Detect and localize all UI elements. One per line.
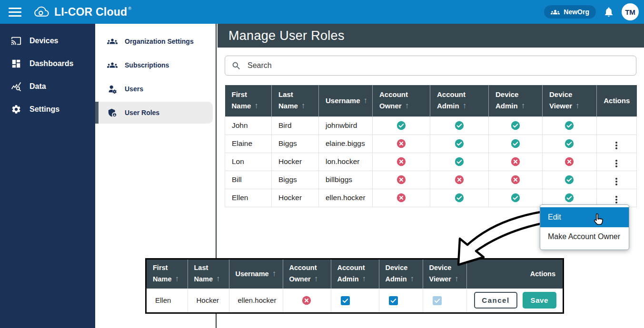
page-header: Manage User Roles [218, 24, 644, 48]
sort-arrow-icon: ↑ [521, 101, 525, 110]
row-menu-kebab-icon[interactable] [613, 194, 620, 205]
column-header-device-viewer[interactable]: Device Viewer↑ [543, 85, 597, 116]
sort-arrow-icon: ↑ [364, 96, 368, 105]
sort-arrow-icon: ↑ [410, 274, 415, 283]
cell-actions [597, 135, 637, 153]
column-header-account-admin[interactable]: Account Admin↑ [430, 85, 489, 116]
settings-nav-item-subscriptions[interactable]: Subscriptions [95, 54, 216, 76]
cell-actions [597, 153, 637, 171]
sort-arrow-icon: ↑ [301, 101, 306, 110]
cell-username: ellen.hocker [319, 189, 373, 207]
cancel-button[interactable]: Cancel [474, 292, 517, 309]
settings-nav-item-user-roles[interactable]: User Roles [95, 102, 213, 124]
cell-last-name: Hocker [272, 153, 319, 171]
cell-device-admin [489, 189, 543, 207]
column-header-device-admin[interactable]: Device Admin↑ [379, 260, 423, 289]
sidebar-item-settings[interactable]: Settings [0, 98, 95, 121]
manage-accounts-icon [107, 84, 118, 94]
cell-device-admin [489, 135, 543, 153]
column-header-last-name[interactable]: Last Name↑ [272, 85, 319, 116]
settings-nav-item-users[interactable]: Users [95, 78, 216, 100]
cell-last-name: Bird [272, 116, 319, 135]
cross-icon [454, 175, 465, 183]
column-header-first-name[interactable]: First Name↑ [147, 260, 188, 289]
sidebar-item-data[interactable]: Data [0, 75, 95, 98]
check-icon [396, 121, 406, 129]
cell-account-admin [430, 135, 489, 153]
cell-account-admin [430, 153, 489, 171]
column-label: Last Name [278, 90, 298, 110]
table-row: JohnBirdjohnwbird [225, 116, 637, 135]
cell-last-name: Biggs [272, 135, 319, 153]
cell-actions: CancelSave [466, 289, 563, 312]
account-admin-checkbox[interactable] [341, 296, 350, 305]
check-icon [564, 121, 575, 129]
device-admin-checkbox[interactable] [389, 296, 398, 305]
cross-icon [510, 175, 521, 183]
settings-nav-label: Subscriptions [125, 61, 169, 69]
column-label: Device Admin [386, 264, 408, 283]
cell-first-name: Lon [225, 153, 272, 171]
user-roles-table: First Name↑Last Name↑Username↑Account Ow… [225, 85, 637, 207]
column-header-account-admin[interactable]: Account Admin↑ [331, 260, 379, 289]
cell-device-viewer [543, 171, 597, 189]
column-label: First Name [153, 264, 172, 283]
cell-account-owner [283, 289, 331, 312]
row-menu-kebab-icon[interactable] [613, 158, 620, 169]
row-context-menu: Edit Make Account Owner [540, 204, 629, 250]
check-icon [564, 139, 575, 147]
table-header: First Name↑Last Name↑Username↑Account Ow… [225, 85, 637, 116]
cell-account-owner [373, 116, 430, 135]
menu-item-make-account-owner[interactable]: Make Account Owner [540, 227, 629, 246]
sort-arrow-icon: ↑ [314, 274, 318, 283]
column-header-account-owner[interactable]: Account Owner↑ [283, 260, 331, 289]
settings-nav-label: User Roles [125, 109, 159, 116]
cell-username: johnwbird [319, 116, 373, 135]
cloud-logo-icon [33, 6, 50, 19]
search-input[interactable] [247, 61, 630, 70]
cell-last-name: Hocker [188, 289, 229, 312]
sort-arrow-icon: ↑ [362, 274, 367, 283]
column-header-username[interactable]: Username↑ [319, 85, 373, 116]
page-title: Manage User Roles [228, 29, 345, 43]
user-avatar[interactable]: TM [622, 3, 639, 20]
check-icon [510, 121, 521, 129]
row-menu-kebab-icon[interactable] [613, 176, 620, 187]
row-menu-kebab-icon[interactable] [613, 140, 620, 151]
check-icon [564, 193, 575, 201]
cell-device-admin-checkbox [379, 289, 423, 312]
column-header-account-owner[interactable]: Account Owner↑ [373, 85, 430, 116]
brand-name: LI-COR Cloud [54, 5, 127, 19]
sidebar-item-label: Dashboards [30, 59, 73, 68]
sidebar-item-devices[interactable]: Devices [0, 29, 95, 52]
query-stats-icon [11, 81, 21, 92]
column-header-device-admin[interactable]: Device Admin↑ [489, 85, 543, 116]
column-label: Username [236, 270, 269, 278]
check-icon [454, 193, 465, 201]
cell-actions [597, 171, 637, 189]
org-name: NewOrg [564, 8, 589, 16]
check-icon [510, 139, 521, 147]
org-switcher-badge[interactable]: NewOrg [544, 5, 596, 19]
column-label: Device Viewer [549, 90, 572, 110]
table-row: LonHockerlon.hocker [225, 153, 637, 171]
column-header-device-viewer[interactable]: Device Viewer↑ [423, 260, 466, 289]
table-body: JohnBirdjohnwbirdElaineBiggselaine.biggs… [225, 116, 637, 207]
check-icon [564, 175, 575, 183]
cell-account-owner [373, 153, 430, 171]
save-button[interactable]: Save [523, 292, 556, 309]
cell-actions [597, 116, 637, 135]
brand-logo: LI-COR Cloud ® [33, 5, 131, 19]
search-box[interactable] [225, 56, 636, 76]
cell-username: lon.hocker [319, 153, 373, 171]
sidebar-item-dashboards[interactable]: Dashboards [0, 52, 95, 75]
column-header-last-name[interactable]: Last Name↑ [188, 260, 229, 289]
column-header-username[interactable]: Username↑ [229, 260, 283, 289]
check-icon [454, 139, 465, 147]
notifications-bell-icon[interactable] [603, 6, 614, 18]
cross-icon [396, 175, 406, 183]
settings-nav-item-organization-settings[interactable]: Organization Settings [95, 30, 216, 52]
menu-item-edit[interactable]: Edit [540, 207, 629, 227]
column-header-first-name[interactable]: First Name↑ [225, 85, 272, 116]
hamburger-menu-icon[interactable] [9, 8, 21, 17]
